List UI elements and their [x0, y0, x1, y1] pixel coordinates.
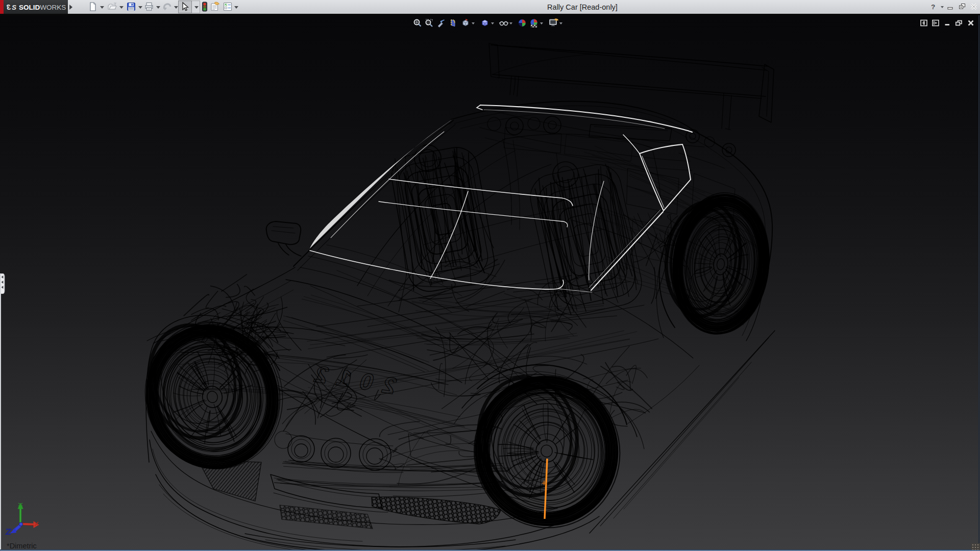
svg-text:?: ? — [931, 3, 935, 11]
